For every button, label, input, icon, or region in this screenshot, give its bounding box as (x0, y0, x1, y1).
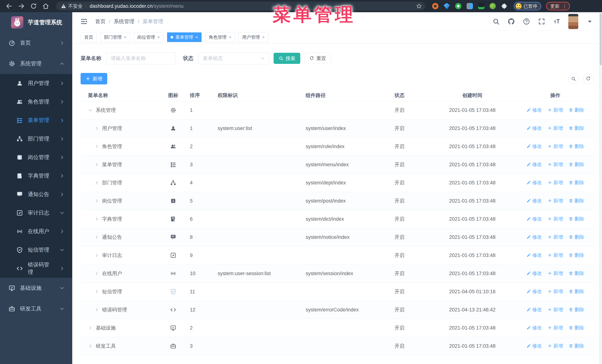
expand-caret-icon[interactable] (94, 198, 99, 203)
edit-link[interactable]: 修改 (527, 198, 542, 204)
expand-caret-icon[interactable] (94, 271, 99, 276)
status-select[interactable]: 菜单状态 (198, 52, 269, 64)
expand-caret-icon[interactable] (94, 307, 99, 312)
add-link[interactable]: 新增 (548, 107, 563, 113)
expand-caret-icon[interactable] (88, 108, 93, 113)
edit-link[interactable]: 修改 (527, 125, 542, 131)
chrome-menu-dots-icon[interactable]: ⋮ (562, 5, 567, 7)
expand-caret-icon[interactable] (94, 289, 99, 294)
edit-link[interactable]: 修改 (527, 179, 542, 186)
breadcrumb-home[interactable]: 首页 (95, 18, 106, 25)
browser-forward-icon[interactable] (18, 3, 25, 10)
page-scrollbar[interactable] (599, 12, 602, 364)
github-icon[interactable] (507, 18, 515, 25)
refresh-table-button[interactable] (583, 73, 594, 84)
edit-link[interactable]: 修改 (527, 143, 542, 150)
add-link[interactable]: 新增 (548, 125, 563, 131)
edit-link[interactable]: 修改 (527, 270, 542, 277)
view-tag[interactable]: 菜单管理 × (167, 32, 202, 42)
browser-reload-icon[interactable] (30, 3, 37, 10)
delete-link[interactable]: 删除 (569, 216, 584, 222)
delete-link[interactable]: 删除 (569, 252, 584, 259)
add-link[interactable]: 新增 (548, 252, 563, 259)
add-link[interactable]: 新增 (548, 306, 563, 313)
user-avatar[interactable] (568, 14, 578, 29)
sidebar-item-post[interactable]: 岗位管理 (0, 148, 72, 167)
delete-link[interactable]: 删除 (569, 234, 584, 240)
browser-home-icon[interactable] (42, 3, 49, 10)
extensions-puzzle-icon[interactable] (501, 3, 507, 9)
view-tag[interactable]: 部门管理 × (100, 32, 130, 42)
delete-link[interactable]: 删除 (569, 343, 584, 349)
add-link[interactable]: 新增 (548, 179, 563, 186)
sidebar-item-tree[interactable]: 部门管理 (0, 130, 72, 148)
extension-check-icon[interactable] (455, 3, 462, 9)
extension-on-badge-icon[interactable] (478, 3, 484, 9)
user-menu-caret-icon[interactable] (586, 18, 593, 25)
header-search-icon[interactable] (492, 18, 500, 25)
sidebar-item-shield[interactable]: 短信管理 (0, 241, 72, 259)
expand-caret-icon[interactable] (94, 180, 99, 185)
sidebar-item-dashboard[interactable]: 首页 (0, 32, 72, 53)
edit-link[interactable]: 修改 (527, 234, 542, 240)
search-button[interactable]: 搜索 (274, 53, 300, 64)
edit-link[interactable]: 修改 (527, 324, 542, 331)
sidebar-toggle-icon[interactable] (80, 18, 88, 25)
add-link[interactable]: 新增 (548, 198, 563, 204)
delete-link[interactable]: 删除 (569, 324, 584, 331)
delete-link[interactable]: 删除 (569, 143, 584, 150)
close-icon[interactable]: × (195, 35, 198, 40)
sidebar-item-users[interactable]: 角色管理 (0, 93, 72, 111)
sidebar-item-user[interactable]: 用户管理 (0, 74, 72, 93)
browser-back-icon[interactable] (6, 3, 13, 10)
expand-caret-icon[interactable] (88, 344, 93, 348)
edit-link[interactable]: 修改 (527, 107, 542, 113)
edit-link[interactable]: 修改 (527, 343, 542, 349)
expand-caret-icon[interactable] (88, 325, 93, 330)
edit-link[interactable]: 修改 (527, 306, 542, 313)
delete-link[interactable]: 删除 (569, 161, 584, 168)
edit-link[interactable]: 修改 (527, 161, 542, 168)
add-link[interactable]: 新增 (548, 270, 563, 277)
expand-caret-icon[interactable] (94, 162, 99, 167)
extension-icon[interactable] (432, 3, 439, 9)
delete-link[interactable]: 删除 (569, 288, 584, 295)
add-link[interactable]: 新增 (548, 343, 563, 349)
sidebar-item-message[interactable]: 通知公告 (0, 185, 72, 204)
breadcrumb-system[interactable]: 系统管理 (114, 18, 134, 25)
sidebar-item-gear[interactable]: 系统管理 (0, 53, 72, 74)
fullscreen-icon[interactable] (538, 18, 545, 25)
delete-link[interactable]: 删除 (569, 270, 584, 277)
view-tag[interactable]: 岗位管理 × (134, 32, 163, 42)
edit-link[interactable]: 修改 (527, 288, 542, 295)
edit-link[interactable]: 修改 (527, 216, 542, 222)
delete-link[interactable]: 删除 (569, 198, 584, 204)
toggle-search-button[interactable] (568, 73, 579, 84)
bookmark-star-icon[interactable] (416, 3, 422, 9)
profile-paused-pill[interactable]: 已暂停 (514, 2, 541, 10)
close-icon[interactable]: × (124, 35, 127, 40)
extension-gem-icon[interactable] (444, 3, 450, 9)
edit-link[interactable]: 修改 (527, 252, 542, 259)
view-tag[interactable]: 首页 × (81, 32, 97, 42)
sidebar-item-online[interactable]: 在线用户 (0, 222, 72, 241)
expand-caret-icon[interactable] (94, 126, 99, 131)
delete-link[interactable]: 删除 (569, 306, 584, 313)
delete-link[interactable]: 删除 (569, 179, 584, 186)
extension-monkey-icon[interactable] (490, 3, 496, 9)
expand-caret-icon[interactable] (94, 144, 99, 149)
add-link[interactable]: 新增 (548, 143, 563, 150)
help-icon[interactable] (523, 18, 530, 25)
close-icon[interactable]: × (229, 35, 231, 40)
add-link[interactable]: 新增 (548, 161, 563, 168)
extension-columns-icon[interactable] (467, 3, 473, 9)
sidebar-item-monitor[interactable]: 基础设施 (0, 278, 72, 299)
sidebar-item-menu[interactable]: 菜单管理 (0, 111, 72, 130)
add-link[interactable]: 新增 (548, 288, 563, 295)
expand-caret-icon[interactable] (94, 235, 99, 239)
add-link[interactable]: 新增 (548, 216, 563, 222)
close-icon[interactable]: × (157, 35, 160, 40)
chrome-update-button[interactable]: 更新 ⋮ (546, 2, 570, 10)
delete-link[interactable]: 删除 (569, 107, 584, 113)
view-tag[interactable]: 角色管理 × (205, 32, 235, 42)
